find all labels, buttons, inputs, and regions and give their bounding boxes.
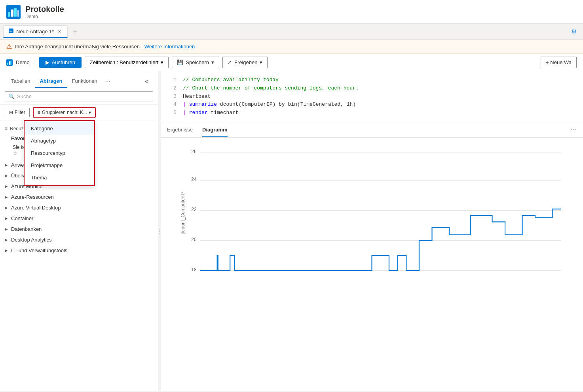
timerange-label: Zeitbereich : Benutzerdefiniert: [90, 59, 158, 65]
timerange-chevron: ▾: [161, 59, 163, 65]
sidebar-category-it-verwaltungstools[interactable]: ▶ IT- und Verwaltungstools: [0, 245, 158, 256]
sidebar-tab-tabellen[interactable]: Tabellen: [6, 75, 35, 88]
new-alert-label: + Neue Wa: [546, 59, 572, 65]
save-label: Speichern: [186, 59, 209, 65]
warning-link[interactable]: Weitere Informationen: [144, 44, 195, 49]
category-arrow-icon: ▶: [5, 195, 8, 199]
dropdown-item-thema[interactable]: Thema: [25, 171, 94, 184]
right-panel: 1 // Computers availability today 2 // C…: [161, 71, 583, 391]
app-logo-icon: [6, 5, 21, 19]
code-body: timechart: [208, 109, 239, 117]
dropdown-item-abfragetyp[interactable]: Abfragetyp: [25, 135, 94, 147]
save-button[interactable]: 💾 Speichern ▾: [172, 57, 219, 68]
code-editor[interactable]: 1 // Computers availability today 2 // C…: [161, 71, 583, 122]
line-number: 5: [167, 109, 177, 117]
category-label: Datenbanken: [11, 226, 42, 232]
category-label: IT- und Verwaltungstools: [11, 247, 67, 253]
main-content: Tabellen Abfragen Funktionen ··· « 🔍 ⊟ F…: [0, 71, 583, 391]
results-more-icon[interactable]: ···: [571, 126, 577, 134]
category-arrow-icon: ▶: [5, 238, 8, 242]
tab-close-button[interactable]: ✕: [56, 28, 63, 34]
category-arrow-icon: ▶: [5, 173, 8, 178]
run-button[interactable]: ▶ Ausführen: [39, 57, 82, 68]
code-line-1: 1 // Computers availability today: [161, 76, 583, 84]
app-subtitle: Demo: [25, 14, 64, 19]
filter-button[interactable]: ⊟ Filter: [5, 108, 30, 117]
share-chevron: ▾: [260, 59, 262, 65]
category-label: Container: [11, 215, 33, 221]
svg-rect-3: [14, 8, 17, 17]
category-arrow-icon: ▶: [5, 227, 8, 231]
tab-ergebnisse[interactable]: Ergebnisse: [167, 124, 193, 137]
dropdown-item-ressourcentyp[interactable]: Ressourcentyp: [25, 147, 94, 159]
search-bar: 🔍: [0, 88, 158, 105]
tab-label: Neue Abfrage 1*: [16, 29, 54, 34]
line-number: 3: [167, 93, 177, 101]
sidebar-category-datenbanken[interactable]: ▶ Datenbanken: [0, 224, 158, 234]
sidebar-category-container[interactable]: ▶ Container: [0, 213, 158, 224]
settings-icon[interactable]: ⚙: [568, 26, 580, 37]
code-keyword: summarize: [189, 101, 217, 109]
category-label: Desktop Analytics: [11, 237, 52, 243]
svg-rect-9: [7, 63, 8, 65]
svg-rect-7: [9, 31, 12, 32]
share-icon: ↗: [228, 59, 232, 65]
warning-text: Ihre Abfrage beansprucht übermäßig viele…: [15, 44, 141, 49]
tab-icon: [8, 28, 14, 35]
svg-rect-2: [11, 10, 13, 17]
workspace-name: Demo: [16, 59, 30, 65]
tab-add-button[interactable]: +: [69, 26, 80, 37]
pipe-symbol: |: [183, 109, 186, 117]
sidebar-tab-abfragen[interactable]: Abfragen: [35, 75, 67, 88]
svg-rect-11: [10, 61, 11, 65]
filter-bar: ⊟ Filter ≡ Gruppieren nach: K... ▾ Kateg…: [0, 105, 158, 120]
app-header: Protokolle Demo: [0, 0, 583, 24]
workspace-label: Demo: [6, 59, 30, 66]
search-input[interactable]: [17, 93, 150, 99]
save-chevron: ▾: [211, 59, 214, 65]
search-input-wrapper: 🔍: [5, 91, 153, 101]
results-tabs: Ergebnisse Diagramm ···: [161, 122, 583, 138]
category-arrow-icon: ▶: [5, 206, 8, 210]
code-keyword: Heartbeat: [183, 93, 211, 101]
group-chevron: ▾: [89, 110, 91, 115]
category-arrow-icon: ▶: [5, 248, 8, 253]
dropdown-item-kategorie[interactable]: Kategorie: [25, 122, 94, 135]
code-line-4: 4 | summarize dcount(ComputerIP) by bin(…: [161, 101, 583, 109]
category-arrow-icon: ▶: [5, 216, 8, 221]
sidebar-category-azure-ressourcen[interactable]: ▶ Azure-Ressourcen: [0, 192, 158, 202]
line-number: 4: [167, 101, 177, 109]
sidebar-category-azure-virtual-desktop[interactable]: ▶ Azure Virtual Desktop: [0, 202, 158, 213]
sidebar-category-desktop-analytics[interactable]: ▶ Desktop Analytics: [0, 234, 158, 245]
chart-svg: 26 24 22 20 18 dcount_ComputerIP: [167, 145, 577, 295]
chart-line: [200, 209, 561, 270]
tab-diagramm[interactable]: Diagramm: [202, 124, 228, 137]
group-by-dropdown: Kategorie Abfragetyp Ressourcentyp Proje…: [24, 120, 95, 186]
sidebar-tab-funktionen[interactable]: Funktionen: [67, 75, 102, 88]
new-alert-button[interactable]: + Neue Wa: [541, 57, 577, 68]
filter-label: Filter: [15, 110, 25, 115]
save-icon: 💾: [177, 59, 183, 65]
run-label: Ausführen: [52, 59, 75, 65]
group-icon: ≡: [38, 110, 40, 115]
svg-text:22: 22: [191, 207, 197, 212]
share-button[interactable]: ↗ Freigeben ▾: [222, 57, 268, 68]
svg-rect-6: [9, 30, 11, 30]
svg-rect-10: [9, 61, 10, 65]
line-number: 2: [167, 84, 177, 93]
category-label: Azure Virtual Desktop: [11, 205, 61, 211]
sidebar-tab-more[interactable]: ···: [102, 74, 114, 88]
pipe-symbol: |: [183, 101, 186, 109]
svg-text:26: 26: [191, 149, 197, 154]
dropdown-item-projektmappe[interactable]: Projektmappe: [25, 159, 94, 171]
timerange-button[interactable]: Zeitbereich : Benutzerdefiniert ▾: [85, 57, 169, 68]
code-line-3: 3 Heartbeat: [161, 93, 583, 101]
sidebar-tabs: Tabellen Abfragen Funktionen ··· «: [0, 71, 158, 88]
group-by-button[interactable]: ≡ Gruppieren nach: K... ▾: [33, 107, 96, 118]
sidebar-collapse-button[interactable]: «: [142, 76, 152, 86]
group-label: Gruppieren nach: K...: [42, 110, 87, 115]
code-comment: // Chart the number of computers sending…: [183, 84, 359, 93]
svg-rect-1: [8, 12, 10, 17]
category-arrow-icon: ▶: [5, 163, 8, 167]
tab-neue-abfrage[interactable]: Neue Abfrage 1* ✕: [3, 25, 68, 38]
